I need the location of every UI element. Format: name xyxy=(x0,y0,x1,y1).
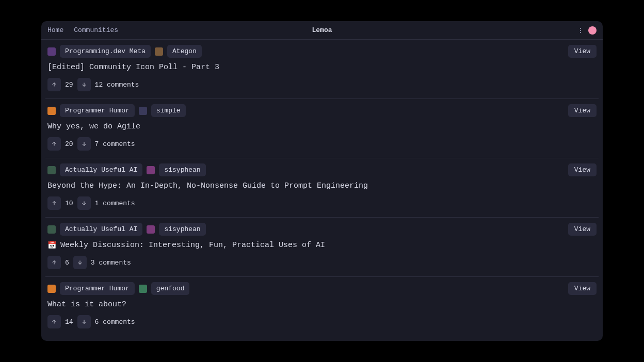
post-score: 29 xyxy=(65,81,73,89)
upvote-button[interactable] xyxy=(47,137,61,151)
avatar[interactable] xyxy=(588,26,597,35)
nav-home[interactable]: Home xyxy=(47,26,63,34)
community-icon xyxy=(47,107,56,115)
author-pill[interactable]: simple xyxy=(151,104,186,117)
view-button[interactable]: View xyxy=(568,45,597,58)
post-header: Programming.dev Meta Ategon View xyxy=(47,45,597,58)
upvote-button[interactable] xyxy=(47,256,61,269)
community-pill[interactable]: Actually Useful AI xyxy=(60,163,142,176)
post-item: Programming.dev Meta Ategon View [Edited… xyxy=(45,40,599,99)
arrow-up-icon xyxy=(51,259,57,266)
post-header: Programmer Humor simple View xyxy=(47,104,597,117)
downvote-button[interactable] xyxy=(77,78,91,91)
post-feed[interactable]: Programming.dev Meta Ategon View [Edited… xyxy=(41,40,603,341)
comments-count[interactable]: 1 comments xyxy=(95,200,135,207)
comments-count[interactable]: 7 comments xyxy=(95,140,135,148)
arrow-up-icon xyxy=(51,141,57,147)
post-item: Programmer Humor genfood View What is it… xyxy=(45,277,599,336)
nav-communities[interactable]: Communities xyxy=(74,26,118,34)
downvote-button[interactable] xyxy=(77,137,91,151)
arrow-down-icon xyxy=(81,319,87,325)
post-title[interactable]: What is it about? xyxy=(47,300,597,309)
upvote-button[interactable] xyxy=(47,78,61,91)
author-icon xyxy=(139,107,147,115)
post-footer: 20 7 comments xyxy=(47,137,597,151)
author-icon xyxy=(147,225,155,234)
post-footer: 10 1 comments xyxy=(47,196,597,210)
post-item: Actually Useful AI sisyphean View Beyond… xyxy=(45,158,599,218)
arrow-up-icon xyxy=(51,200,57,206)
author-icon xyxy=(139,285,147,293)
title-emoji-icon: 📅 xyxy=(47,241,56,250)
community-pill[interactable]: Programmer Humor xyxy=(60,104,135,117)
author-pill[interactable]: genfood xyxy=(151,282,190,295)
view-button[interactable]: View xyxy=(568,282,597,295)
arrow-up-icon xyxy=(51,319,57,325)
community-icon xyxy=(47,166,56,174)
post-item: Actually Useful AI sisyphean View 📅 Week… xyxy=(45,218,599,277)
upvote-button[interactable] xyxy=(47,196,61,210)
downvote-button[interactable] xyxy=(77,196,91,210)
post-footer: 29 12 comments xyxy=(47,78,597,91)
post-score: 20 xyxy=(65,140,73,148)
community-icon xyxy=(47,47,56,56)
post-title-text: Beyond the Hype: An In-Depth, No-Nonsens… xyxy=(47,182,368,190)
view-button[interactable]: View xyxy=(568,223,597,236)
post-title[interactable]: [Edited] Community Icon Poll - Part 3 xyxy=(47,63,597,72)
post-title-text: [Edited] Community Icon Poll - Part 3 xyxy=(47,63,219,72)
arrow-down-icon xyxy=(81,81,87,88)
app-title: Lemoa xyxy=(312,26,332,34)
arrow-down-icon xyxy=(81,200,87,206)
community-icon xyxy=(47,285,56,293)
menu-icon[interactable] xyxy=(580,28,581,33)
arrow-down-icon xyxy=(81,141,87,147)
header-bar: Home Communities Lemoa xyxy=(41,21,603,40)
view-button[interactable]: View xyxy=(568,163,597,176)
comments-count[interactable]: 6 comments xyxy=(95,318,135,326)
post-header: Actually Useful AI sisyphean View xyxy=(47,223,597,236)
arrow-down-icon xyxy=(77,259,83,266)
community-pill[interactable]: Actually Useful AI xyxy=(60,223,142,236)
comments-count[interactable]: 3 comments xyxy=(91,259,131,267)
post-footer: 6 3 comments xyxy=(47,256,597,269)
community-pill[interactable]: Programming.dev Meta xyxy=(60,45,151,58)
community-pill[interactable]: Programmer Humor xyxy=(60,282,135,295)
arrow-up-icon xyxy=(51,81,57,88)
app-window: Home Communities Lemoa Programming.dev M… xyxy=(41,21,603,341)
post-title[interactable]: Why yes, we do Agile xyxy=(47,122,597,131)
header-right xyxy=(580,26,597,35)
post-title-text: Weekly Discussion: Interesting, Fun, Pra… xyxy=(60,241,325,250)
post-score: 14 xyxy=(65,318,73,326)
post-footer: 14 6 comments xyxy=(47,315,597,328)
post-title-text: Why yes, we do Agile xyxy=(47,122,140,131)
post-score: 6 xyxy=(65,259,69,267)
author-icon xyxy=(155,47,163,56)
view-button[interactable]: View xyxy=(568,104,597,117)
post-title[interactable]: 📅 Weekly Discussion: Interesting, Fun, P… xyxy=(47,241,597,250)
author-icon xyxy=(147,166,155,174)
post-item: Programmer Humor simple View Why yes, we… xyxy=(45,99,599,158)
community-icon xyxy=(47,225,56,234)
post-header: Actually Useful AI sisyphean View xyxy=(47,163,597,176)
author-pill[interactable]: sisyphean xyxy=(159,163,205,176)
post-title-text: What is it about? xyxy=(47,300,126,309)
comments-count[interactable]: 12 comments xyxy=(95,81,139,89)
downvote-button[interactable] xyxy=(77,315,91,328)
upvote-button[interactable] xyxy=(47,315,61,328)
author-pill[interactable]: Ategon xyxy=(167,45,202,58)
author-pill[interactable]: sisyphean xyxy=(159,223,205,236)
post-header: Programmer Humor genfood View xyxy=(47,282,597,295)
post-title[interactable]: Beyond the Hype: An In-Depth, No-Nonsens… xyxy=(47,182,597,190)
nav-links: Home Communities xyxy=(47,26,118,34)
post-score: 10 xyxy=(65,200,73,207)
downvote-button[interactable] xyxy=(73,256,87,269)
